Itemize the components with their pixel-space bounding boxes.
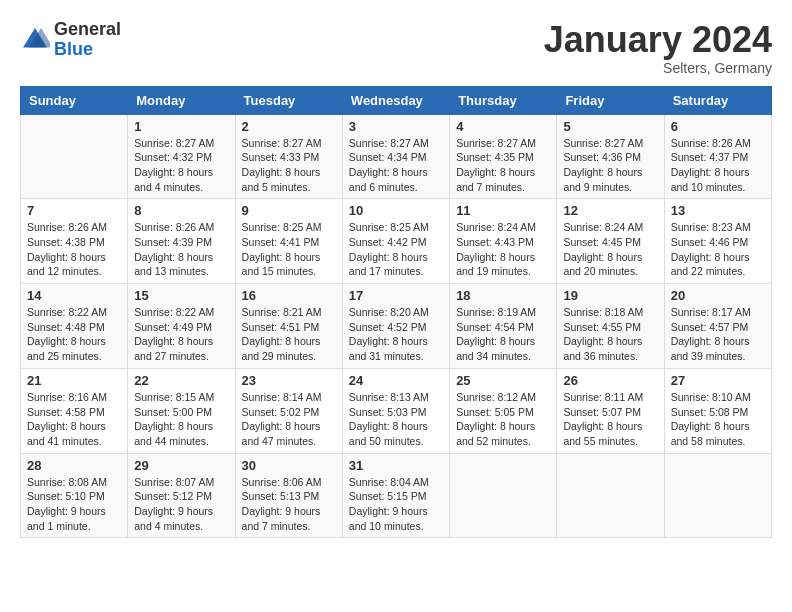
calendar-cell: 12 Sunrise: 8:24 AM Sunset: 4:45 PM Dayl… (557, 199, 664, 284)
calendar-cell (21, 114, 128, 199)
cell-info: Sunrise: 8:26 AM Sunset: 4:39 PM Dayligh… (134, 220, 228, 279)
calendar-table: SundayMondayTuesdayWednesdayThursdayFrid… (20, 86, 772, 539)
logo-blue-text: Blue (54, 39, 93, 59)
calendar-row: 21 Sunrise: 8:16 AM Sunset: 4:58 PM Dayl… (21, 368, 772, 453)
date-number: 10 (349, 203, 443, 218)
cell-info: Sunrise: 8:24 AM Sunset: 4:45 PM Dayligh… (563, 220, 657, 279)
logo: General Blue (20, 20, 121, 60)
logo-icon (20, 25, 50, 55)
weekday-header-tuesday: Tuesday (235, 86, 342, 114)
cell-info: Sunrise: 8:19 AM Sunset: 4:54 PM Dayligh… (456, 305, 550, 364)
calendar-cell: 11 Sunrise: 8:24 AM Sunset: 4:43 PM Dayl… (450, 199, 557, 284)
calendar-cell: 4 Sunrise: 8:27 AM Sunset: 4:35 PM Dayli… (450, 114, 557, 199)
cell-info: Sunrise: 8:27 AM Sunset: 4:34 PM Dayligh… (349, 136, 443, 195)
calendar-cell: 26 Sunrise: 8:11 AM Sunset: 5:07 PM Dayl… (557, 368, 664, 453)
date-number: 4 (456, 119, 550, 134)
calendar-cell: 7 Sunrise: 8:26 AM Sunset: 4:38 PM Dayli… (21, 199, 128, 284)
cell-info: Sunrise: 8:26 AM Sunset: 4:37 PM Dayligh… (671, 136, 765, 195)
date-number: 23 (242, 373, 336, 388)
calendar-row: 1 Sunrise: 8:27 AM Sunset: 4:32 PM Dayli… (21, 114, 772, 199)
calendar-cell: 23 Sunrise: 8:14 AM Sunset: 5:02 PM Dayl… (235, 368, 342, 453)
calendar-cell: 6 Sunrise: 8:26 AM Sunset: 4:37 PM Dayli… (664, 114, 771, 199)
cell-info: Sunrise: 8:06 AM Sunset: 5:13 PM Dayligh… (242, 475, 336, 534)
calendar-cell: 17 Sunrise: 8:20 AM Sunset: 4:52 PM Dayl… (342, 284, 449, 369)
cell-info: Sunrise: 8:25 AM Sunset: 4:41 PM Dayligh… (242, 220, 336, 279)
cell-info: Sunrise: 8:08 AM Sunset: 5:10 PM Dayligh… (27, 475, 121, 534)
date-number: 3 (349, 119, 443, 134)
cell-info: Sunrise: 8:25 AM Sunset: 4:42 PM Dayligh… (349, 220, 443, 279)
calendar-cell: 31 Sunrise: 8:04 AM Sunset: 5:15 PM Dayl… (342, 453, 449, 538)
cell-info: Sunrise: 8:27 AM Sunset: 4:36 PM Dayligh… (563, 136, 657, 195)
weekday-header-thursday: Thursday (450, 86, 557, 114)
date-number: 27 (671, 373, 765, 388)
cell-info: Sunrise: 8:10 AM Sunset: 5:08 PM Dayligh… (671, 390, 765, 449)
calendar-cell: 20 Sunrise: 8:17 AM Sunset: 4:57 PM Dayl… (664, 284, 771, 369)
location-text: Selters, Germany (544, 60, 772, 76)
weekday-header-friday: Friday (557, 86, 664, 114)
cell-info: Sunrise: 8:27 AM Sunset: 4:32 PM Dayligh… (134, 136, 228, 195)
date-number: 9 (242, 203, 336, 218)
date-number: 7 (27, 203, 121, 218)
date-number: 31 (349, 458, 443, 473)
cell-info: Sunrise: 8:16 AM Sunset: 4:58 PM Dayligh… (27, 390, 121, 449)
calendar-cell: 13 Sunrise: 8:23 AM Sunset: 4:46 PM Dayl… (664, 199, 771, 284)
weekday-header-saturday: Saturday (664, 86, 771, 114)
calendar-cell: 22 Sunrise: 8:15 AM Sunset: 5:00 PM Dayl… (128, 368, 235, 453)
calendar-cell: 30 Sunrise: 8:06 AM Sunset: 5:13 PM Dayl… (235, 453, 342, 538)
date-number: 26 (563, 373, 657, 388)
calendar-cell: 10 Sunrise: 8:25 AM Sunset: 4:42 PM Dayl… (342, 199, 449, 284)
calendar-body: 1 Sunrise: 8:27 AM Sunset: 4:32 PM Dayli… (21, 114, 772, 538)
date-number: 15 (134, 288, 228, 303)
calendar-cell: 24 Sunrise: 8:13 AM Sunset: 5:03 PM Dayl… (342, 368, 449, 453)
weekday-row: SundayMondayTuesdayWednesdayThursdayFrid… (21, 86, 772, 114)
cell-info: Sunrise: 8:14 AM Sunset: 5:02 PM Dayligh… (242, 390, 336, 449)
date-number: 12 (563, 203, 657, 218)
cell-info: Sunrise: 8:17 AM Sunset: 4:57 PM Dayligh… (671, 305, 765, 364)
month-title: January 2024 (544, 20, 772, 60)
cell-info: Sunrise: 8:12 AM Sunset: 5:05 PM Dayligh… (456, 390, 550, 449)
cell-info: Sunrise: 8:22 AM Sunset: 4:49 PM Dayligh… (134, 305, 228, 364)
calendar-cell (557, 453, 664, 538)
calendar-cell: 18 Sunrise: 8:19 AM Sunset: 4:54 PM Dayl… (450, 284, 557, 369)
calendar-cell: 9 Sunrise: 8:25 AM Sunset: 4:41 PM Dayli… (235, 199, 342, 284)
cell-info: Sunrise: 8:24 AM Sunset: 4:43 PM Dayligh… (456, 220, 550, 279)
cell-info: Sunrise: 8:15 AM Sunset: 5:00 PM Dayligh… (134, 390, 228, 449)
calendar-cell: 1 Sunrise: 8:27 AM Sunset: 4:32 PM Dayli… (128, 114, 235, 199)
date-number: 25 (456, 373, 550, 388)
date-number: 20 (671, 288, 765, 303)
cell-info: Sunrise: 8:27 AM Sunset: 4:33 PM Dayligh… (242, 136, 336, 195)
date-number: 29 (134, 458, 228, 473)
cell-info: Sunrise: 8:26 AM Sunset: 4:38 PM Dayligh… (27, 220, 121, 279)
date-number: 2 (242, 119, 336, 134)
calendar-cell: 19 Sunrise: 8:18 AM Sunset: 4:55 PM Dayl… (557, 284, 664, 369)
date-number: 22 (134, 373, 228, 388)
date-number: 17 (349, 288, 443, 303)
calendar-cell: 16 Sunrise: 8:21 AM Sunset: 4:51 PM Dayl… (235, 284, 342, 369)
cell-info: Sunrise: 8:13 AM Sunset: 5:03 PM Dayligh… (349, 390, 443, 449)
calendar-row: 14 Sunrise: 8:22 AM Sunset: 4:48 PM Dayl… (21, 284, 772, 369)
date-number: 24 (349, 373, 443, 388)
calendar-row: 28 Sunrise: 8:08 AM Sunset: 5:10 PM Dayl… (21, 453, 772, 538)
cell-info: Sunrise: 8:07 AM Sunset: 5:12 PM Dayligh… (134, 475, 228, 534)
cell-info: Sunrise: 8:18 AM Sunset: 4:55 PM Dayligh… (563, 305, 657, 364)
date-number: 19 (563, 288, 657, 303)
date-number: 5 (563, 119, 657, 134)
cell-info: Sunrise: 8:27 AM Sunset: 4:35 PM Dayligh… (456, 136, 550, 195)
logo-general-text: General (54, 19, 121, 39)
date-number: 21 (27, 373, 121, 388)
date-number: 16 (242, 288, 336, 303)
calendar-cell: 3 Sunrise: 8:27 AM Sunset: 4:34 PM Dayli… (342, 114, 449, 199)
calendar-cell: 14 Sunrise: 8:22 AM Sunset: 4:48 PM Dayl… (21, 284, 128, 369)
calendar-row: 7 Sunrise: 8:26 AM Sunset: 4:38 PM Dayli… (21, 199, 772, 284)
cell-info: Sunrise: 8:20 AM Sunset: 4:52 PM Dayligh… (349, 305, 443, 364)
calendar-cell: 8 Sunrise: 8:26 AM Sunset: 4:39 PM Dayli… (128, 199, 235, 284)
cell-info: Sunrise: 8:22 AM Sunset: 4:48 PM Dayligh… (27, 305, 121, 364)
title-block: January 2024 Selters, Germany (544, 20, 772, 76)
date-number: 8 (134, 203, 228, 218)
calendar-cell (664, 453, 771, 538)
date-number: 18 (456, 288, 550, 303)
date-number: 14 (27, 288, 121, 303)
date-number: 1 (134, 119, 228, 134)
cell-info: Sunrise: 8:11 AM Sunset: 5:07 PM Dayligh… (563, 390, 657, 449)
calendar-cell: 28 Sunrise: 8:08 AM Sunset: 5:10 PM Dayl… (21, 453, 128, 538)
